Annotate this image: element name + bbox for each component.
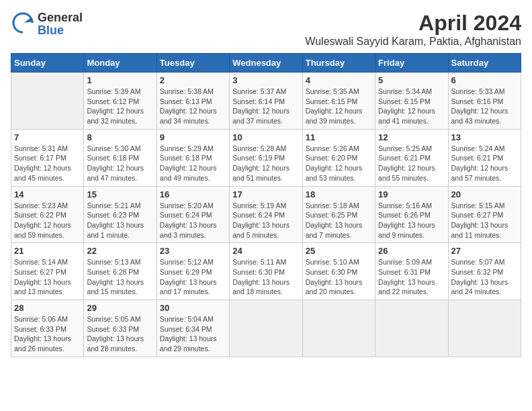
calendar-cell: 16Sunrise: 5:20 AM Sunset: 6:24 PM Dayli… bbox=[157, 186, 229, 243]
calendar-table: Sunday Monday Tuesday Wednesday Thursday… bbox=[11, 53, 521, 357]
day-info: Sunrise: 5:09 AM Sunset: 6:31 PM Dayligh… bbox=[378, 257, 445, 297]
calendar-cell: 13Sunrise: 5:24 AM Sunset: 6:21 PM Dayli… bbox=[448, 129, 521, 186]
day-number: 17 bbox=[232, 189, 299, 199]
calendar-cell: 25Sunrise: 5:10 AM Sunset: 6:30 PM Dayli… bbox=[302, 243, 375, 300]
calendar-cell: 8Sunrise: 5:30 AM Sunset: 6:18 PM Daylig… bbox=[84, 129, 157, 186]
calendar-cell: 21Sunrise: 5:14 AM Sunset: 6:27 PM Dayli… bbox=[11, 243, 84, 300]
day-info: Sunrise: 5:14 AM Sunset: 6:27 PM Dayligh… bbox=[14, 257, 81, 297]
header-monday: Monday bbox=[84, 54, 157, 73]
day-info: Sunrise: 5:33 AM Sunset: 6:16 PM Dayligh… bbox=[451, 87, 518, 126]
calendar-cell: 17Sunrise: 5:19 AM Sunset: 6:24 PM Dayli… bbox=[230, 186, 302, 243]
day-info: Sunrise: 5:20 AM Sunset: 6:24 PM Dayligh… bbox=[160, 201, 226, 240]
calendar-cell: 10Sunrise: 5:28 AM Sunset: 6:19 PM Dayli… bbox=[230, 129, 302, 186]
day-number: 12 bbox=[378, 132, 445, 142]
day-info: Sunrise: 5:38 AM Sunset: 6:13 PM Dayligh… bbox=[160, 87, 226, 126]
location: Wuleswali Sayyid Karam, Paktia, Afghanis… bbox=[305, 36, 521, 48]
calendar-cell: 15Sunrise: 5:21 AM Sunset: 6:23 PM Dayli… bbox=[84, 186, 157, 243]
day-info: Sunrise: 5:11 AM Sunset: 6:30 PM Dayligh… bbox=[232, 257, 299, 297]
calendar-cell: 30Sunrise: 5:04 AM Sunset: 6:34 PM Dayli… bbox=[157, 300, 229, 357]
title-section: April 2024 Wuleswali Sayyid Karam, Pakti… bbox=[305, 11, 521, 48]
day-number: 15 bbox=[87, 189, 153, 199]
day-number: 22 bbox=[87, 246, 153, 256]
day-info: Sunrise: 5:29 AM Sunset: 6:18 PM Dayligh… bbox=[160, 144, 226, 183]
calendar-cell: 5Sunrise: 5:34 AM Sunset: 6:15 PM Daylig… bbox=[375, 73, 448, 130]
day-info: Sunrise: 5:37 AM Sunset: 6:14 PM Dayligh… bbox=[232, 87, 299, 126]
calendar-cell: 29Sunrise: 5:05 AM Sunset: 6:33 PM Dayli… bbox=[84, 300, 157, 357]
day-info: Sunrise: 5:24 AM Sunset: 6:21 PM Dayligh… bbox=[451, 144, 518, 183]
day-info: Sunrise: 5:25 AM Sunset: 6:21 PM Dayligh… bbox=[378, 144, 445, 183]
day-number: 14 bbox=[14, 189, 81, 199]
calendar-week-row: 28Sunrise: 5:06 AM Sunset: 6:33 PM Dayli… bbox=[11, 300, 521, 357]
calendar-cell: 2Sunrise: 5:38 AM Sunset: 6:13 PM Daylig… bbox=[157, 73, 229, 130]
day-number: 9 bbox=[160, 132, 226, 142]
day-number: 11 bbox=[306, 132, 372, 142]
day-number: 18 bbox=[306, 189, 372, 199]
day-info: Sunrise: 5:18 AM Sunset: 6:25 PM Dayligh… bbox=[306, 201, 372, 240]
calendar-week-row: 1Sunrise: 5:39 AM Sunset: 6:12 PM Daylig… bbox=[11, 73, 521, 130]
calendar-week-row: 21Sunrise: 5:14 AM Sunset: 6:27 PM Dayli… bbox=[11, 243, 521, 300]
day-number: 26 bbox=[378, 246, 445, 256]
header-sunday: Sunday bbox=[11, 54, 84, 73]
calendar-cell: 27Sunrise: 5:07 AM Sunset: 6:32 PM Dayli… bbox=[448, 243, 521, 300]
calendar-cell: 28Sunrise: 5:06 AM Sunset: 6:33 PM Dayli… bbox=[11, 300, 84, 357]
day-number: 23 bbox=[160, 246, 226, 256]
calendar-cell bbox=[448, 300, 521, 357]
day-number: 6 bbox=[451, 75, 518, 85]
day-info: Sunrise: 5:12 AM Sunset: 6:29 PM Dayligh… bbox=[160, 257, 226, 297]
calendar-cell: 6Sunrise: 5:33 AM Sunset: 6:16 PM Daylig… bbox=[448, 73, 521, 130]
day-number: 27 bbox=[451, 246, 518, 256]
day-info: Sunrise: 5:31 AM Sunset: 6:17 PM Dayligh… bbox=[14, 144, 81, 183]
day-number: 10 bbox=[232, 132, 299, 142]
day-info: Sunrise: 5:07 AM Sunset: 6:32 PM Dayligh… bbox=[451, 257, 518, 297]
calendar-cell: 7Sunrise: 5:31 AM Sunset: 6:17 PM Daylig… bbox=[11, 129, 84, 186]
calendar-cell: 20Sunrise: 5:15 AM Sunset: 6:27 PM Dayli… bbox=[448, 186, 521, 243]
day-number: 29 bbox=[87, 303, 153, 313]
calendar-cell: 26Sunrise: 5:09 AM Sunset: 6:31 PM Dayli… bbox=[375, 243, 448, 300]
calendar-cell bbox=[11, 73, 84, 130]
day-info: Sunrise: 5:35 AM Sunset: 6:15 PM Dayligh… bbox=[306, 87, 372, 126]
day-info: Sunrise: 5:10 AM Sunset: 6:30 PM Dayligh… bbox=[306, 257, 372, 297]
header-saturday: Saturday bbox=[448, 54, 521, 73]
day-info: Sunrise: 5:05 AM Sunset: 6:33 PM Dayligh… bbox=[87, 314, 153, 354]
page-header: General Blue April 2024 Wuleswali Sayyid… bbox=[11, 11, 521, 48]
calendar-header-row: Sunday Monday Tuesday Wednesday Thursday… bbox=[11, 54, 521, 73]
day-number: 8 bbox=[87, 132, 153, 142]
calendar-cell bbox=[375, 300, 448, 357]
logo: General Blue bbox=[11, 11, 83, 38]
logo-text: General Blue bbox=[38, 11, 83, 37]
header-friday: Friday bbox=[375, 54, 448, 73]
day-info: Sunrise: 5:13 AM Sunset: 6:28 PM Dayligh… bbox=[87, 257, 153, 297]
calendar-cell bbox=[302, 300, 375, 357]
calendar-cell: 1Sunrise: 5:39 AM Sunset: 6:12 PM Daylig… bbox=[84, 73, 157, 130]
calendar-cell: 14Sunrise: 5:23 AM Sunset: 6:22 PM Dayli… bbox=[11, 186, 84, 243]
day-number: 2 bbox=[160, 75, 226, 85]
calendar-week-row: 14Sunrise: 5:23 AM Sunset: 6:22 PM Dayli… bbox=[11, 186, 521, 243]
day-number: 30 bbox=[160, 303, 226, 313]
month-title: April 2024 bbox=[305, 11, 521, 36]
calendar-cell: 23Sunrise: 5:12 AM Sunset: 6:29 PM Dayli… bbox=[157, 243, 229, 300]
logo-icon bbox=[11, 11, 35, 38]
calendar-cell: 24Sunrise: 5:11 AM Sunset: 6:30 PM Dayli… bbox=[230, 243, 302, 300]
calendar-cell: 22Sunrise: 5:13 AM Sunset: 6:28 PM Dayli… bbox=[84, 243, 157, 300]
header-wednesday: Wednesday bbox=[230, 54, 302, 73]
day-info: Sunrise: 5:06 AM Sunset: 6:33 PM Dayligh… bbox=[14, 314, 81, 354]
day-number: 5 bbox=[378, 75, 445, 85]
calendar-cell: 18Sunrise: 5:18 AM Sunset: 6:25 PM Dayli… bbox=[302, 186, 375, 243]
day-info: Sunrise: 5:34 AM Sunset: 6:15 PM Dayligh… bbox=[378, 87, 445, 126]
header-tuesday: Tuesday bbox=[157, 54, 229, 73]
calendar-cell: 12Sunrise: 5:25 AM Sunset: 6:21 PM Dayli… bbox=[375, 129, 448, 186]
header-thursday: Thursday bbox=[302, 54, 375, 73]
day-number: 20 bbox=[451, 189, 518, 199]
day-info: Sunrise: 5:19 AM Sunset: 6:24 PM Dayligh… bbox=[232, 201, 299, 240]
day-number: 1 bbox=[87, 75, 153, 85]
day-number: 13 bbox=[451, 132, 518, 142]
day-number: 19 bbox=[378, 189, 445, 199]
calendar-cell: 11Sunrise: 5:26 AM Sunset: 6:20 PM Dayli… bbox=[302, 129, 375, 186]
day-info: Sunrise: 5:28 AM Sunset: 6:19 PM Dayligh… bbox=[232, 144, 299, 183]
day-info: Sunrise: 5:23 AM Sunset: 6:22 PM Dayligh… bbox=[14, 201, 81, 240]
calendar-week-row: 7Sunrise: 5:31 AM Sunset: 6:17 PM Daylig… bbox=[11, 129, 521, 186]
day-number: 3 bbox=[232, 75, 299, 85]
day-info: Sunrise: 5:30 AM Sunset: 6:18 PM Dayligh… bbox=[87, 144, 153, 183]
day-number: 24 bbox=[232, 246, 299, 256]
day-number: 25 bbox=[306, 246, 372, 256]
